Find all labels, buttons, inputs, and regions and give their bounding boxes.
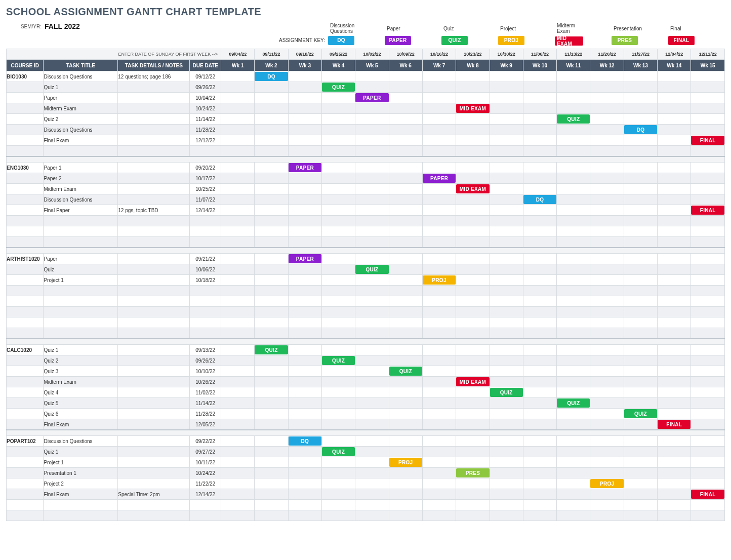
week-cell[interactable] [590,510,624,521]
week-cell[interactable] [321,345,355,355]
week-cell[interactable] [691,436,725,447]
course-id-cell[interactable] [7,317,44,328]
week-cell[interactable] [557,419,590,430]
week-cell[interactable] [255,317,288,328]
week-cell[interactable] [422,457,456,468]
task-notes-cell[interactable] [118,510,190,521]
week-cell[interactable] [456,457,490,468]
week-cell[interactable] [355,205,389,216]
week-cell[interactable] [590,135,624,146]
due-date-cell[interactable]: 09/22/22 [190,436,221,447]
week-cell[interactable]: PRES [456,468,490,478]
week-cell[interactable] [389,254,422,264]
week-cell[interactable] [422,71,456,82]
week-cell[interactable] [590,500,624,510]
week-cell[interactable] [288,237,321,248]
week-cell[interactable] [624,355,657,366]
week-cell[interactable] [321,226,355,237]
week-cell[interactable] [221,317,255,328]
week-cell[interactable] [624,489,657,500]
course-id-cell[interactable] [7,237,44,248]
week-cell[interactable] [288,419,321,430]
week-cell[interactable] [691,366,725,377]
week-cell[interactable] [221,205,255,216]
week-cell[interactable] [624,377,657,387]
week-cell[interactable]: QUIZ [321,82,355,93]
week-cell[interactable] [288,184,321,194]
course-id-cell[interactable] [7,447,44,457]
task-notes-cell[interactable] [118,328,190,339]
week-cell[interactable] [389,71,422,82]
week-cell[interactable] [321,264,355,275]
course-id-cell[interactable] [7,125,44,135]
task-title-cell[interactable]: Final Exam [44,489,118,500]
task-notes-cell[interactable] [118,345,190,355]
course-id-cell[interactable] [7,226,44,237]
week-cell[interactable] [422,163,456,173]
week-cell[interactable] [321,216,355,226]
week-cell[interactable] [456,216,490,226]
week-cell[interactable] [590,275,624,286]
week-cell[interactable] [658,93,691,103]
task-notes-cell[interactable] [118,366,190,377]
week-cell[interactable] [456,163,490,173]
due-date-cell[interactable]: 09/26/22 [190,82,221,93]
week-cell[interactable] [490,328,523,339]
week-cell[interactable] [624,296,657,307]
week-cell[interactable]: DQ [255,71,288,82]
task-notes-cell[interactable]: 12 questions; page 186 [118,71,190,82]
week-cell[interactable] [456,114,490,125]
week-cell[interactable] [456,264,490,275]
week-cell[interactable] [523,93,556,103]
week-cell[interactable] [557,286,590,296]
week-cell[interactable] [523,387,556,398]
task-notes-cell[interactable] [118,307,190,317]
week-cell[interactable] [389,478,422,489]
task-title-cell[interactable]: Final Exam [44,419,118,430]
week-cell[interactable] [557,163,590,173]
week-cell[interactable] [658,114,691,125]
task-title-cell[interactable]: Quiz 1 [44,82,118,93]
week-cell[interactable] [422,82,456,93]
week-cell[interactable] [557,436,590,447]
course-id-cell[interactable]: BIO1030 [7,71,44,82]
week-cell[interactable] [355,114,389,125]
task-title-cell[interactable] [44,500,118,510]
week-cell[interactable] [389,345,422,355]
week-cell[interactable] [255,500,288,510]
due-date-cell[interactable]: 10/24/22 [190,468,221,478]
week-cell[interactable] [523,103,556,114]
task-notes-cell[interactable] [118,226,190,237]
week-cell[interactable] [389,135,422,146]
week-cell[interactable] [422,328,456,339]
week-cell[interactable] [658,489,691,500]
week-cell[interactable] [557,409,590,419]
week-cell[interactable] [221,419,255,430]
week-cell[interactable] [255,436,288,447]
course-id-cell[interactable] [7,205,44,216]
week-cell[interactable] [523,436,556,447]
week-cell[interactable] [557,103,590,114]
week-cell[interactable] [456,146,490,157]
week-cell[interactable] [221,500,255,510]
week-cell[interactable] [422,355,456,366]
week-cell[interactable] [255,82,288,93]
week-cell[interactable] [456,366,490,377]
week-cell[interactable] [658,436,691,447]
week-cell[interactable] [355,436,389,447]
week-cell[interactable] [691,71,725,82]
task-title-cell[interactable]: Discussion Questions [44,71,118,82]
course-id-cell[interactable]: ENG1030 [7,163,44,173]
week-cell[interactable] [288,355,321,366]
week-cell[interactable] [523,125,556,135]
week-cell[interactable] [288,447,321,457]
course-id-cell[interactable] [7,387,44,398]
week-cell[interactable] [624,500,657,510]
week-cell[interactable] [490,286,523,296]
task-notes-cell[interactable] [118,135,190,146]
week-cell[interactable] [691,377,725,387]
week-cell[interactable] [288,286,321,296]
week-cell[interactable] [490,275,523,286]
week-cell[interactable] [288,296,321,307]
week-cell[interactable] [255,457,288,468]
